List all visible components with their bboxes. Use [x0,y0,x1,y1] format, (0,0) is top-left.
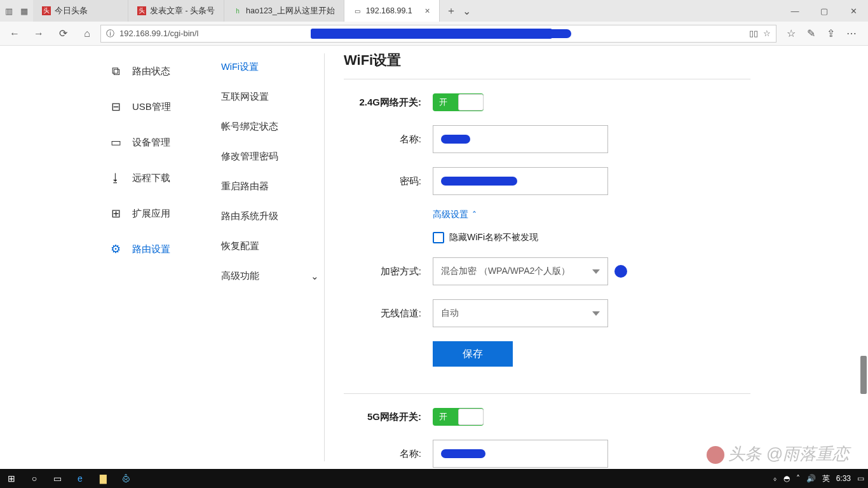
subnav-upgrade[interactable]: 路由系统升级 [216,201,324,231]
switch-5-label: 5G网络开关: [344,411,433,423]
main-content: WiFi设置 2.4G网络开关: 开 名称: 密码: 高级设置˄ 隐藏WiFi名… [325,46,868,469]
subnav-wifi[interactable]: WiFi设置 [216,52,324,82]
left-nav: ⧉路由状态 ⊟USB管理 ▭设备管理 ⭳远程下载 ⊞扩展应用 ⚙路由设置 [102,46,216,469]
favorite-icon[interactable]: ☆ [763,29,771,38]
channel-select[interactable]: 自动 [433,299,608,327]
close-window-button[interactable]: ✕ [839,0,868,22]
tab-label: hao123_上网从这里开始 [246,6,335,17]
url-input[interactable]: ⓘ 192.168.99.1/cgi-bin/l ▯▯ ☆ [100,25,776,43]
home-button[interactable]: ⌂ [76,23,98,44]
url-text: 192.168.99.1/cgi-bin/l [119,29,198,38]
nav-settings[interactable]: ⚙路由设置 [102,231,216,267]
nav-apps[interactable]: ⊞扩展应用 [102,196,216,231]
page-icon: ▭ [353,6,362,15]
name-24-label: 名称: [344,133,433,146]
taskbar: ⊞ ○ ▭ e ▇ ⨶ ⬨ ◓ ˄ 🔊 英 6:33 ▭ [0,469,868,488]
status-icon: ⧉ [108,64,123,79]
subnav-advanced[interactable]: 高级功能⌄ [216,261,324,291]
tray-shield-icon[interactable]: ◓ [783,474,790,483]
chevron-up-icon: ˄ [472,210,477,220]
advanced-24-toggle[interactable]: 高级设置˄ [433,209,849,220]
subnav-internet[interactable]: 互联网设置 [216,82,324,112]
subnav-account[interactable]: 帐号绑定状态 [216,112,324,142]
address-bar: ← → ⟳ ⌂ ⓘ 192.168.99.1/cgi-bin/l ▯▯ ☆ ☆ … [0,22,868,46]
chevron-down-icon: ⌄ [311,271,319,281]
taskview-button[interactable]: ▭ [46,469,69,488]
explorer-app[interactable]: ▇ [92,469,114,488]
clock[interactable]: 6:33 [836,474,851,483]
maximize-button[interactable]: ▢ [810,0,839,22]
usb-icon: ⊟ [108,99,123,114]
nav-usb[interactable]: ⊟USB管理 [102,89,216,125]
save-24-button[interactable]: 保存 [433,341,513,367]
subnav-password[interactable]: 修改管理密码 [216,142,324,172]
scrollbar-thumb[interactable] [860,356,867,394]
apps-icon: ⊞ [108,206,123,221]
tray-chevron-icon[interactable]: ˄ [796,474,800,483]
notifications-button[interactable]: ▭ [857,474,864,483]
notes-button[interactable]: ✎ [807,27,815,39]
browser-titlebar: ▥ ▦ 头 今日头条 头 发表文章 - 头条号 h hao123_上网从这里开始… [0,0,868,22]
enc-label: 加密方式: [344,266,433,278]
favicon: 头 [42,6,51,15]
reading-view-icon[interactable]: ▯▯ [749,29,758,38]
name-5-input[interactable] [433,440,608,468]
page-title: WiFi设置 [344,51,849,70]
gear-icon: ⚙ [108,241,123,257]
hide-ssid-label: 隐藏WiFi名称不被发现 [449,232,538,243]
subnav-reboot[interactable]: 重启路由器 [216,172,324,201]
redacted-value [441,177,517,186]
hr [344,79,750,79]
hide-ssid-checkbox[interactable] [433,232,444,243]
forward-button[interactable]: → [28,23,50,44]
name-5-label: 名称: [344,448,433,460]
nav-router-status[interactable]: ⧉路由状态 [102,53,216,89]
channel-label: 无线信道: [344,308,433,320]
ime-indicator[interactable]: 英 [822,473,830,484]
back-button[interactable]: ← [4,23,25,44]
more-button[interactable]: ⋯ [846,27,857,39]
tab-label: 192.168.99.1 [366,6,412,15]
tab-hao123[interactable]: h hao123_上网从这里开始 [224,0,344,22]
encryption-select[interactable]: 混合加密 （WPA/WPA2个人版） [433,257,608,285]
redacted-dot [614,265,627,278]
name-24-input[interactable] [433,125,608,153]
toggle-knob [458,94,484,111]
info-icon: ⓘ [106,28,114,39]
switch-24-label: 2.4G网络开关: [344,97,433,109]
sub-nav: WiFi设置 互联网设置 帐号绑定状态 修改管理密码 重启路由器 路由系统升级 … [216,46,324,469]
start-button[interactable]: ⊞ [0,469,23,488]
subnav-restore[interactable]: 恢复配置 [216,231,324,261]
switch-24[interactable]: 开 [433,93,484,111]
tab-router[interactable]: ▭ 192.168.99.1 × [344,0,440,22]
tab-publish[interactable]: 头 发表文章 - 头条号 [128,0,224,22]
tabs-overflow-button[interactable]: ⌄ [463,5,471,17]
tray-volume-icon[interactable]: 🔊 [806,474,816,483]
dropdown-icon [592,269,600,274]
app-icon-2: ▦ [19,6,29,16]
download-icon: ⭳ [108,170,123,186]
redacted-value [441,135,470,144]
new-tab-button[interactable]: ＋ [446,4,456,18]
toggle-knob [458,409,484,425]
tab-label: 今日头条 [55,6,88,17]
search-button[interactable]: ○ [23,469,46,488]
store-app[interactable]: ⨶ [114,469,137,488]
hr [344,393,750,394]
favorites-button[interactable]: ☆ [787,27,796,39]
redacted-value [441,449,485,458]
nav-devices[interactable]: ▭设备管理 [102,125,216,160]
switch-5[interactable]: 开 [433,408,484,426]
page-content: ⧉路由状态 ⊟USB管理 ▭设备管理 ⭳远程下载 ⊞扩展应用 ⚙路由设置 WiF… [0,46,868,469]
nav-download[interactable]: ⭳远程下载 [102,160,216,196]
favicon: h [233,6,242,15]
tab-toutiao[interactable]: 头 今日头条 [33,0,128,22]
pwd-24-input[interactable] [433,167,608,195]
minimize-button[interactable]: — [780,0,810,22]
app-icon: ▥ [4,6,14,16]
tray-network-icon[interactable]: ⬨ [773,474,777,483]
close-icon[interactable]: × [425,6,430,16]
refresh-button[interactable]: ⟳ [52,23,74,44]
share-button[interactable]: ⇪ [827,27,835,39]
edge-app[interactable]: e [69,469,92,488]
